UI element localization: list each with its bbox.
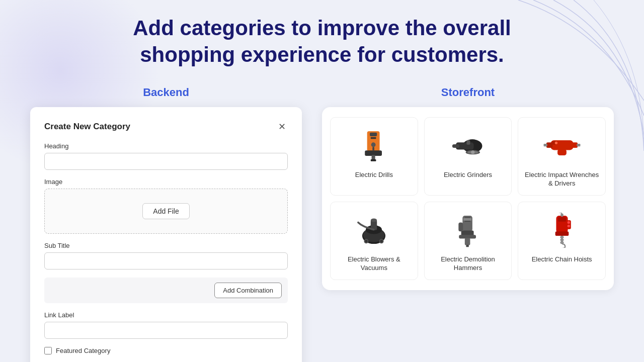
subtitle-label: Sub Title [44,242,288,249]
product-item-grinders: Electric Grinders [424,117,512,196]
svg-rect-7 [373,147,375,150]
storefront-card: Electric Drills [322,107,614,290]
backend-column: Backend Create New Category ✕ Heading Im… [30,86,302,362]
svg-point-27 [371,218,377,222]
product-item-drills: Electric Drills [330,117,418,196]
product-name-impact-wrenches: Electric Impact Wrenches & Drivers [523,171,600,188]
link-label-group: Link Label [44,311,288,339]
image-label: Image [44,178,288,186]
svg-rect-1 [370,133,377,136]
svg-rect-22 [543,144,547,146]
image-group: Image Add File [44,178,288,234]
svg-rect-36 [465,238,470,245]
svg-rect-38 [463,218,471,220]
svg-rect-47 [560,213,563,216]
svg-point-49 [567,221,570,224]
product-image-chain-hoists [539,210,585,250]
subtitle-group: Sub Title [44,242,288,269]
featured-row: Featured Category [44,347,288,354]
modal-title: Create New Category [44,122,130,132]
product-image-vacuums [351,210,396,250]
svg-point-20 [554,142,557,144]
svg-rect-13 [466,140,470,145]
featured-checkbox[interactable] [44,347,52,354]
svg-rect-17 [577,144,580,146]
combination-row: Add Combination [44,278,288,303]
product-name-drills: Electric Drills [355,171,393,179]
product-item-demolition-hammers: Electric Demolition Hammers [424,202,512,280]
svg-rect-37 [466,245,468,247]
product-name-demolition-hammers: Electric Demolition Hammers [430,255,507,273]
modal-header: Create New Category ✕ [44,121,288,132]
svg-rect-18 [557,149,567,155]
product-item-impact-wrenches: Electric Impact Wrenches & Drivers [518,117,606,196]
backend-label: Backend [30,86,302,99]
heading-group: Heading [44,142,288,170]
svg-rect-21 [546,142,552,148]
subtitle-input[interactable] [44,252,288,269]
storefront-label: Storefront [322,86,614,99]
product-image-drills [351,126,396,166]
heading-label: Heading [44,142,288,150]
link-label-label: Link Label [44,311,288,319]
svg-rect-35 [459,235,476,238]
close-button[interactable]: ✕ [276,121,288,132]
svg-rect-42 [555,231,569,236]
product-name-vacuums: Electric Blowers & Vacuums [336,255,413,273]
svg-rect-41 [558,217,566,222]
svg-point-29 [365,240,368,242]
product-grid: Electric Drills [330,117,606,280]
hero-title: Add categories to improve the overall sh… [96,15,548,68]
add-file-button[interactable]: Add File [142,203,189,219]
product-image-impact-wrenches [539,126,585,166]
featured-label: Featured Category [56,347,110,354]
svg-rect-2 [371,137,376,139]
svg-rect-5 [371,159,376,161]
svg-point-31 [380,240,383,242]
heading-input[interactable] [44,153,288,170]
product-name-grinders: Electric Grinders [444,171,492,179]
product-item-vacuums: Electric Blowers & Vacuums [330,202,418,280]
create-category-modal: Create New Category ✕ Heading Image Add … [30,107,302,362]
product-name-chain-hoists: Electric Chain Hoists [532,255,592,264]
add-combination-button[interactable]: Add Combination [214,283,282,298]
svg-point-14 [471,150,474,154]
svg-point-6 [371,142,376,147]
svg-rect-39 [458,222,463,231]
product-item-chain-hoists: Electric Chain Hoists [518,202,606,280]
svg-rect-16 [570,142,578,148]
svg-point-50 [567,225,570,227]
storefront-column: Storefront [322,86,614,290]
svg-rect-10 [452,144,459,148]
image-dropzone[interactable]: Add File [44,189,288,234]
product-image-grinders [445,126,491,166]
product-image-demolition-hammers [445,210,491,250]
link-label-input[interactable] [44,322,288,339]
